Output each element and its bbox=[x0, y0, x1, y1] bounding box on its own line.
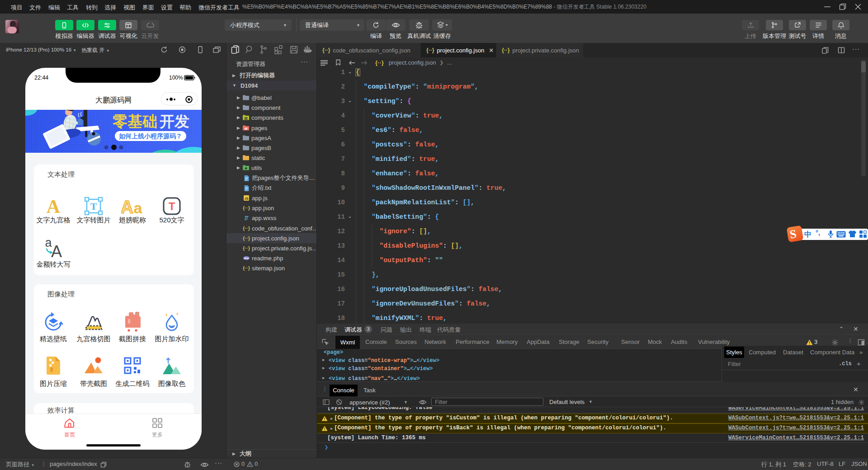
svg-text:如何上线小程序源码？: 如何上线小程序源码？ bbox=[118, 132, 182, 140]
svg-text:A: A bbox=[47, 196, 61, 216]
svg-text:php: php bbox=[244, 256, 249, 259]
svg-text:{··}: {··} bbox=[243, 265, 250, 271]
svg-text:JS: JS bbox=[244, 197, 248, 201]
svg-text:A: A bbox=[51, 242, 62, 258]
svg-text:开发: 开发 bbox=[159, 113, 189, 130]
svg-text:{··}: {··} bbox=[243, 226, 250, 231]
svg-text:a: a bbox=[134, 199, 143, 216]
svg-text:{··}: {··} bbox=[243, 245, 250, 251]
svg-text:{··}: {··} bbox=[243, 205, 250, 211]
svg-text:{··}: {··} bbox=[243, 235, 250, 241]
svg-text:A: A bbox=[121, 197, 133, 216]
svg-text:T: T bbox=[90, 201, 97, 212]
svg-text:零基础: 零基础 bbox=[113, 113, 157, 130]
svg-text:T: T bbox=[169, 200, 175, 212]
